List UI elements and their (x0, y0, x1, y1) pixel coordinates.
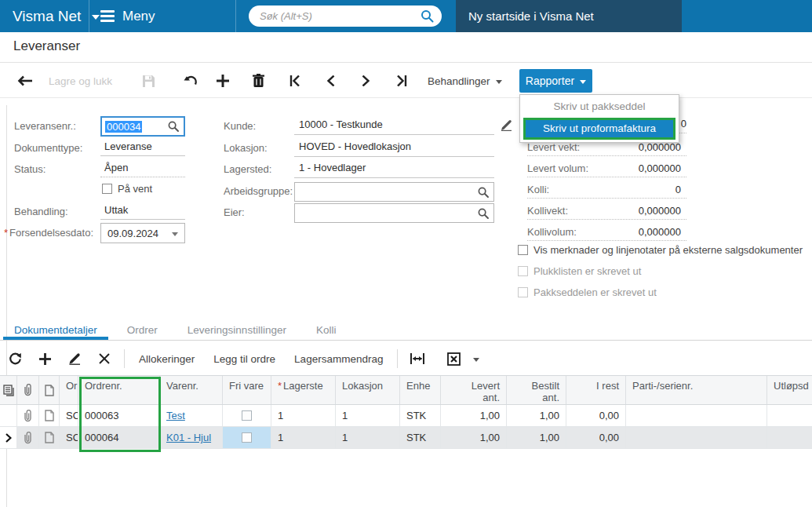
export-excel-icon[interactable] (439, 352, 468, 366)
fit-width-icon[interactable] (402, 353, 432, 364)
note-icon[interactable] (39, 427, 60, 448)
notes-column-icon[interactable] (0, 376, 17, 404)
pa-vent-checkbox[interactable]: På vent (102, 183, 152, 195)
calendar-dropdown-icon[interactable] (172, 232, 178, 236)
brand-label: Visma Net (13, 8, 81, 25)
tab-leveringsinnstillinger[interactable]: Leveringsinnstillinger (177, 322, 297, 340)
lookup-icon[interactable] (168, 121, 179, 132)
cell-varenr[interactable]: Test (160, 405, 223, 426)
column-header-i-rest[interactable]: I rest (566, 376, 626, 404)
cell-lagersted[interactable]: 1 (271, 427, 336, 448)
column-header-fri-vare[interactable]: Fri vare (223, 376, 271, 404)
checkbox-icon[interactable] (242, 410, 252, 421)
brand-menu[interactable]: Visma Net (13, 0, 100, 32)
cell-parti-serienr[interactable] (626, 405, 767, 426)
rapporter-dropdown-button[interactable]: Rapporter (519, 69, 592, 93)
cell-varenr[interactable]: K01 - Hjul (160, 427, 223, 448)
row-selector-cell[interactable] (0, 405, 17, 426)
cell-enhet[interactable]: STK (400, 405, 441, 426)
next-record-icon[interactable] (355, 72, 376, 89)
cell-fri-vare-active[interactable] (223, 427, 271, 448)
edit-row-icon[interactable] (60, 352, 89, 365)
last-record-icon[interactable] (391, 72, 412, 89)
legg-til-ordre-button[interactable]: Legg til ordre (204, 353, 285, 365)
new-startpage-link[interactable]: Ny startside i Visma Net (456, 0, 682, 32)
column-header-utlops[interactable]: Utløpsd (767, 376, 812, 404)
attachment-icon[interactable] (17, 427, 39, 448)
document-column-icon[interactable] (39, 376, 60, 404)
checkbox-icon[interactable] (242, 432, 252, 443)
arbeidsgruppe-input[interactable] (294, 182, 494, 202)
undo-icon[interactable] (181, 72, 202, 89)
behandlinger-dropdown[interactable]: Behandlinger (428, 75, 502, 87)
forsendelsesdato-input[interactable]: 09.09.2024 (100, 223, 185, 243)
cell-ordertype[interactable]: SO (60, 427, 78, 448)
cell-levert-ant[interactable]: 1,00 (441, 405, 507, 426)
delete-row-icon[interactable] (89, 353, 119, 364)
global-search-input[interactable]: Søk (Alt+S) (249, 5, 442, 27)
column-header-ordertype[interactable]: Or (60, 376, 78, 404)
edit-kunde-icon[interactable] (501, 119, 512, 131)
cell-ordrenr[interactable]: 000064 (78, 427, 160, 448)
cell-bestilt-ant[interactable]: 1,00 (507, 427, 566, 448)
visma-net-app: Visma Net Meny Søk (Alt+S) Ny startside … (0, 0, 812, 507)
refresh-icon[interactable] (0, 352, 30, 366)
column-header-levert-ant[interactable]: Levert ant. (441, 376, 507, 404)
tab-kolli[interactable]: Kolli (305, 322, 348, 340)
attachments-column-icon[interactable] (17, 376, 39, 404)
column-header-lagersted[interactable]: *Lagerste (271, 376, 336, 404)
add-row-icon[interactable] (30, 353, 60, 365)
eier-input[interactable] (294, 203, 494, 223)
previous-record-icon[interactable] (320, 72, 340, 89)
cell-levert-ant[interactable]: 1,00 (441, 427, 507, 448)
delete-icon[interactable] (248, 72, 268, 89)
cell-lagersted[interactable]: 1 (271, 405, 336, 426)
rapporter-label: Rapporter (526, 75, 574, 87)
vis-merknader-checkbox[interactable]: Vis merknader og linjenotater på ekstern… (518, 244, 803, 256)
column-header-varenr[interactable]: Varenr. (160, 376, 223, 404)
tab-dokumentdetaljer[interactable]: Dokumentdetaljer (3, 322, 108, 340)
column-header-ordrenr[interactable]: Ordrenr. (78, 376, 160, 404)
search-icon[interactable] (421, 9, 434, 23)
table-row-selected[interactable]: SO 000064 K01 - Hjul 1 1 STK 1,00 1,00 0… (0, 427, 812, 449)
cell-lokasjon[interactable]: 1 (336, 405, 400, 426)
save-and-close-button[interactable]: Lagre og lukk (49, 75, 112, 87)
lagersammendrag-button[interactable]: Lagersammendrag (285, 353, 392, 365)
cell-lokasjon[interactable]: 1 (336, 427, 400, 448)
main-menu-button[interactable]: Meny (100, 0, 155, 32)
table-row[interactable]: SO 000063 Test 1 1 STK 1,00 1,00 0,00 (0, 405, 812, 427)
cell-bestilt-ant[interactable]: 1,00 (507, 405, 566, 426)
column-header-bestilt-ant[interactable]: Bestilt ant. (507, 376, 566, 404)
back-button[interactable] (15, 72, 35, 89)
add-icon[interactable] (213, 72, 233, 89)
checkbox-icon[interactable] (518, 245, 528, 255)
cell-utlops[interactable] (767, 427, 812, 448)
save-icon[interactable] (138, 72, 158, 89)
varenr-link[interactable]: K01 - Hjul (166, 432, 211, 443)
cell-ordrenr[interactable]: 000063 (78, 405, 160, 426)
allokeringer-button[interactable]: Allokeringer (129, 353, 204, 365)
chevron-down-icon (580, 80, 586, 84)
column-header-parti-serienr[interactable]: Parti-/serienr. (626, 376, 767, 404)
attachment-icon[interactable] (17, 405, 39, 426)
note-icon[interactable] (39, 405, 60, 426)
lookup-icon[interactable] (478, 187, 489, 198)
cell-fri-vare[interactable] (223, 405, 271, 426)
cell-ordertype[interactable]: SO (60, 405, 78, 426)
export-dropdown-icon[interactable] (473, 358, 479, 362)
column-header-enhet[interactable]: Enhe (400, 376, 441, 404)
checkbox-icon[interactable] (102, 184, 112, 194)
column-header-lokasjon[interactable]: Lokasjon (336, 376, 400, 404)
cell-parti-serienr[interactable] (626, 427, 767, 448)
tab-ordrer[interactable]: Ordrer (116, 322, 169, 340)
cell-i-rest[interactable]: 0,00 (566, 427, 626, 448)
cell-i-rest[interactable]: 0,00 (566, 405, 626, 426)
cell-utlops[interactable] (767, 405, 812, 426)
menu-item-skriv-ut-pakkseddel[interactable]: Skriv ut pakkseddel (520, 97, 679, 117)
leveransenr-input[interactable]: 000034 (100, 116, 185, 137)
varenr-link[interactable]: Test (166, 410, 185, 421)
menu-item-skriv-ut-proformafaktura[interactable]: Skriv ut proformafaktura (523, 118, 675, 140)
first-record-icon[interactable] (285, 72, 305, 89)
lookup-icon[interactable] (478, 208, 489, 219)
cell-enhet[interactable]: STK (400, 427, 441, 448)
